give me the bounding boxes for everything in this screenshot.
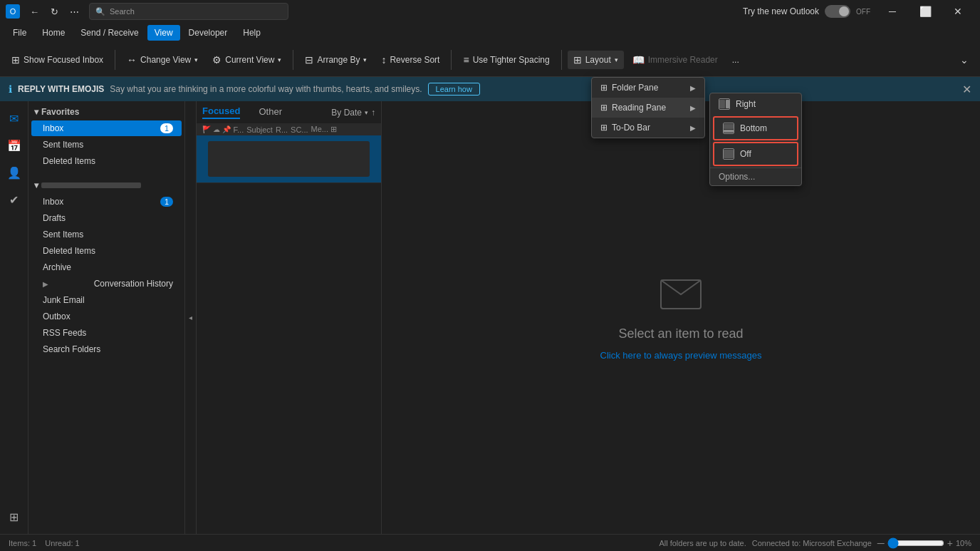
immersive-reader-button[interactable]: 📖 Immersive Reader [627,51,724,69]
nav-calendar[interactable]: 📅 [3,134,26,157]
menu-developer[interactable]: Developer [182,25,235,41]
reading-pane-right[interactable]: Right [710,93,801,115]
account-junk-email[interactable]: Junk Email [31,292,182,308]
menu-help[interactable]: Help [236,25,268,41]
account-section-header: ▾ [28,177,184,193]
back-button[interactable]: ← [26,4,43,20]
statusbar: Items: 1 Unread: 1 All folders are up to… [0,534,980,551]
titlebar-right: Try the new Outlook off ─ ⬜ ✕ [743,0,974,23]
toolbar-expand-button[interactable]: ⌄ [954,51,974,69]
current-view-chevron: ▾ [278,56,281,63]
titlebar-left: O ← ↻ ⋯ 🔍 Search [6,3,288,20]
statusbar-left: Items: 1 Unread: 1 [9,539,80,547]
menu-file[interactable]: File [6,25,33,41]
dropdown-folder-pane[interactable]: ⊞ Folder Pane ▶ [592,78,704,98]
reading-off-label: Off [740,149,751,159]
account-label [41,182,141,188]
zoom-out-button[interactable]: ─ [877,537,885,549]
favorites-chevron-icon: ▾ [34,107,38,117]
use-tighter-spacing-button[interactable]: ≡ Use Tighter Spacing [457,51,555,69]
zoom-level: 10% [956,539,971,547]
show-focused-inbox-button[interactable]: ⊞ Show Focused Inbox [6,51,109,69]
account-outbox[interactable]: Outbox [31,309,182,324]
favorites-deleted-items[interactable]: Deleted Items [31,153,182,169]
col-icons: 🚩 ☁ 📌 [202,125,231,133]
main-layout: ✉ 📅 👤 ✔ ⊞ ▾ Favorites Inbox 1 Sent Items… [0,101,980,534]
tab-focused[interactable]: Focused [202,105,240,119]
todo-bar-label: To-Do Bar [612,123,650,133]
account-sent-items[interactable]: Sent Items [31,227,182,242]
nav-tasks[interactable]: ✔ [3,188,26,211]
current-view-icon: ⚙ [212,54,221,66]
account-toggle[interactable]: ▾ [34,180,141,190]
arrange-by-chevron: ▾ [363,56,367,63]
sort-label: By Date [331,108,362,118]
reading-pane-bottom[interactable]: Bottom [713,116,798,140]
account-sent-name: Sent Items [43,230,83,240]
col-received: R... [276,125,288,134]
email-list-header: Focused Other By Date ▾ ↑ [197,101,381,123]
reading-pane-submenu: Right Bottom Off Options... [709,93,802,186]
layout-icon: ⊞ [573,54,582,66]
more-nav-button[interactable]: ⋯ [66,4,83,20]
account-outbox-name: Outbox [43,311,71,321]
account-conversation-history[interactable]: ▶ Conversation History [31,276,182,292]
email-item-0[interactable] [197,135,381,183]
nav-mail[interactable]: ✉ [3,107,26,130]
more-options-button[interactable]: ... [726,51,745,68]
reverse-sort-button[interactable]: ↕ Reverse Sort [375,51,445,69]
menu-send-receive[interactable]: Send / Receive [73,25,145,41]
favorites-label: Favorites [41,107,79,117]
titlebar-nav: ← ↻ ⋯ [26,4,83,20]
reading-pane-off[interactable]: Off [713,142,798,166]
learn-how-button[interactable]: Learn how [428,83,480,96]
favorites-deleted-name: Deleted Items [43,156,95,166]
zoom-in-button[interactable]: + [947,537,953,549]
favorites-toggle[interactable]: ▾ Favorites [34,107,79,117]
change-view-button[interactable]: ↔ Change View ▾ [121,51,204,69]
account-inbox[interactable]: Inbox 1 [31,194,182,210]
infobar-close-button[interactable]: ✕ [962,83,971,96]
maximize-button[interactable]: ⬜ [909,0,942,23]
favorites-section-header: ▾ Favorites [28,104,184,120]
reading-right-icon [719,98,730,110]
forward-button[interactable]: ↻ [46,4,63,20]
reading-empty-link[interactable]: Click here to always preview messages [600,350,762,361]
pane-toggle-button[interactable]: ◂ [185,101,197,534]
minimize-button[interactable]: ─ [876,0,909,23]
tab-other[interactable]: Other [259,106,282,118]
nav-people[interactable]: 👤 [3,161,26,184]
reading-pane-options[interactable]: Options... [710,168,801,185]
account-search-folders[interactable]: Search Folders [31,341,182,357]
immersive-reader-icon: 📖 [632,54,645,66]
toolbar: ⊞ Show Focused Inbox ↔ Change View ▾ ⚙ C… [0,43,980,77]
menu-home[interactable]: Home [35,25,72,41]
dropdown-todo-bar[interactable]: ⊞ To-Do Bar ▶ [592,118,704,138]
nav-icons: ✉ 📅 👤 ✔ ⊞ [0,101,28,534]
arrange-by-button[interactable]: ⊟ Arrange By ▾ [299,51,372,69]
account-deleted-items[interactable]: Deleted Items [31,243,182,259]
statusbar-right: All folders are up to date. Connected to… [659,537,971,549]
sort-chevron-icon: ▾ [365,109,368,116]
favorites-sent-items[interactable]: Sent Items [31,137,182,153]
reading-empty-icon [660,274,702,318]
titlebar: O ← ↻ ⋯ 🔍 Search Try the new Outlook off… [0,0,980,23]
account-archive[interactable]: Archive [31,259,182,275]
close-button[interactable]: ✕ [942,0,974,23]
try-new-outlook-toggle[interactable] [825,5,850,18]
nav-apps[interactable]: ⊞ [3,505,26,528]
favorites-inbox[interactable]: Inbox 1 [31,120,182,136]
account-junk-name: Junk Email [43,295,85,305]
zoom-slider[interactable] [887,537,944,549]
menu-view[interactable]: View [147,25,180,41]
current-view-button[interactable]: ⚙ Current View ▾ [207,51,287,69]
account-rss-feeds[interactable]: RSS Feeds [31,325,182,341]
dropdown-reading-pane[interactable]: ⊞ Reading Pane ▶ [592,98,704,118]
items-count: Items: 1 [9,539,36,547]
layout-button[interactable]: ⊞ Layout ▾ [568,51,624,69]
folder-pane: ▾ Favorites Inbox 1 Sent Items Deleted I… [28,101,185,534]
search-bar[interactable]: 🔍 Search [89,3,288,20]
conversation-history-expand-icon: ▶ [43,280,48,288]
email-sort-control[interactable]: By Date ▾ ↑ [331,108,375,118]
account-drafts[interactable]: Drafts [31,210,182,226]
